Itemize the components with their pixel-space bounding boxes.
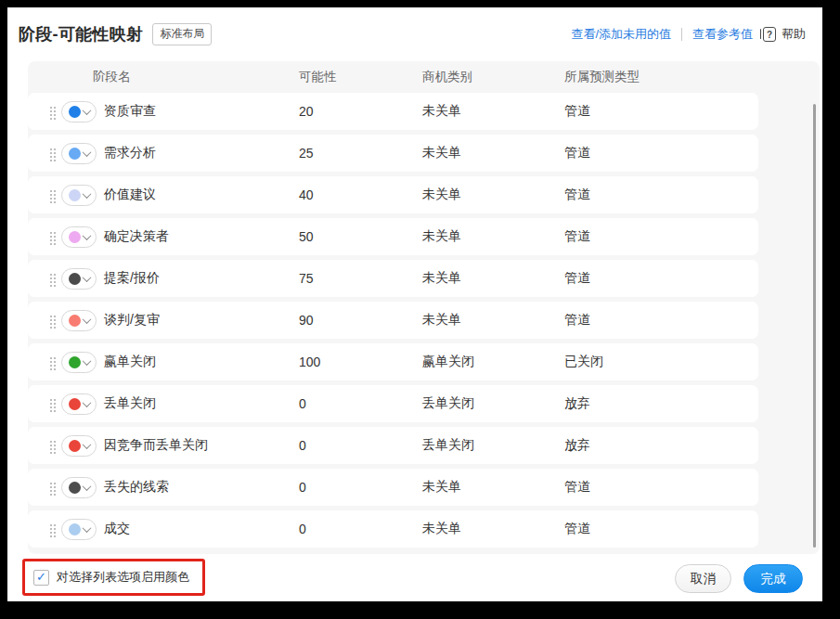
- drag-dots-icon: [50, 528, 52, 530]
- view-reference-values-link[interactable]: 查看参考值: [692, 26, 753, 43]
- category-value: 赢单关闭: [422, 354, 564, 370]
- checkmark-icon: ✓: [36, 571, 46, 583]
- stage-name: 资质审查: [104, 103, 299, 120]
- table-header-row: 阶段名 可能性 商机类别 所属预测类型: [28, 61, 820, 93]
- drag-handle[interactable]: [28, 272, 61, 285]
- stage-color-dropdown[interactable]: [61, 352, 97, 373]
- probability-value: 20: [299, 104, 422, 119]
- chevron-down-icon: [82, 523, 91, 533]
- table-row: 资质审查 20 未关单 管道: [28, 93, 758, 130]
- category-value: 未关单: [422, 103, 564, 120]
- drag-dots-icon: [50, 319, 52, 321]
- table-row: 成交 0 未关单 管道: [28, 510, 758, 548]
- column-header-probability: 可能性: [299, 69, 422, 85]
- probability-value: 90: [299, 313, 422, 328]
- stage-color-dropdown[interactable]: [61, 143, 97, 164]
- chevron-down-icon: [82, 398, 91, 407]
- stage-name: 提案/报价: [104, 270, 299, 287]
- enable-color-checkbox[interactable]: ✓: [33, 570, 49, 586]
- drag-dots-icon: [50, 110, 52, 112]
- stage-name: 确定决策者: [104, 228, 299, 245]
- stage-color-dot: [69, 398, 81, 410]
- stage-color-dropdown[interactable]: [61, 519, 97, 540]
- drag-dots-icon: [50, 486, 52, 488]
- probability-value: 75: [299, 271, 422, 286]
- drag-dots-icon: [50, 361, 52, 363]
- stage-mapping-table: 阶段名 可能性 商机类别 所属预测类型 资质审查 20 未关单 管道 需求分析 …: [28, 61, 820, 554]
- table-body: 资质审查 20 未关单 管道 需求分析 25 未关单 管道 价值建议 40 未关…: [28, 93, 758, 552]
- drag-handle[interactable]: [28, 397, 61, 410]
- category-value: 未关单: [422, 270, 564, 287]
- category-value: 丢单关闭: [422, 395, 564, 412]
- stage-color-dropdown[interactable]: [61, 393, 97, 415]
- stage-color-dropdown[interactable]: [61, 185, 97, 206]
- forecast-type-value: 管道: [564, 103, 758, 120]
- drag-handle[interactable]: [28, 522, 61, 535]
- chevron-down-icon: [82, 482, 91, 491]
- drag-handle[interactable]: [28, 314, 61, 327]
- forecast-type-value: 管道: [564, 521, 758, 537]
- stage-color-dropdown[interactable]: [61, 477, 97, 498]
- stage-color-dot: [69, 440, 81, 452]
- forecast-type-value: 放弃: [564, 395, 758, 412]
- forecast-type-value: 管道: [564, 187, 758, 203]
- drag-handle[interactable]: [28, 355, 61, 368]
- category-value: 未关单: [422, 145, 564, 161]
- table-row: 价值建议 40 未关单 管道: [28, 176, 758, 213]
- stage-color-dot: [69, 315, 81, 327]
- stage-color-dot: [69, 189, 81, 201]
- chevron-down-icon: [82, 106, 91, 115]
- forecast-type-value: 管道: [564, 145, 758, 161]
- stage-color-dropdown[interactable]: [61, 268, 97, 290]
- drag-handle[interactable]: [28, 230, 61, 243]
- stage-color-dot: [69, 523, 81, 535]
- drag-dots-icon: [50, 277, 52, 279]
- table-row: 确定决策者 50 未关单 管道: [28, 218, 758, 255]
- drag-dots-icon: [50, 403, 52, 405]
- stage-name: 赢单关闭: [104, 354, 299, 370]
- table-row: 提案/报价 75 未关单 管道: [28, 260, 758, 297]
- drag-handle[interactable]: [28, 188, 61, 201]
- drag-handle[interactable]: [28, 481, 61, 494]
- category-value: 未关单: [422, 521, 564, 537]
- stage-name: 丢单关闭: [104, 395, 299, 412]
- help-link[interactable]: ? 帮助: [763, 26, 806, 43]
- forecast-type-value: 管道: [564, 228, 758, 245]
- stage-name: 成交: [104, 521, 299, 537]
- vertical-scrollbar[interactable]: [813, 104, 816, 548]
- chevron-down-icon: [82, 440, 91, 449]
- probability-value: 40: [299, 187, 422, 202]
- help-label: 帮助: [782, 26, 806, 43]
- stage-color-dropdown[interactable]: [61, 310, 97, 331]
- chevron-down-icon: [82, 231, 91, 240]
- drag-handle[interactable]: [28, 147, 61, 160]
- layout-badge: 标准布局: [152, 23, 212, 45]
- stage-name: 需求分析: [104, 145, 299, 161]
- forecast-type-value: 放弃: [564, 437, 758, 454]
- forecast-type-value: 管道: [564, 312, 758, 329]
- probability-value: 0: [299, 480, 422, 495]
- view-add-unused-values-link[interactable]: 查看/添加未用的值: [571, 26, 671, 43]
- cancel-button[interactable]: 取消: [675, 564, 731, 593]
- drag-handle[interactable]: [28, 439, 61, 452]
- table-row: 丢单关闭 0 丢单关闭 放弃: [28, 385, 758, 422]
- table-row: 需求分析 25 未关单 管道: [28, 135, 758, 172]
- stage-name: 价值建议: [104, 187, 299, 203]
- probability-value: 0: [299, 522, 422, 536]
- page-title: 阶段-可能性映射: [19, 23, 143, 45]
- annotation-highlight-box: ✓ 对选择列表选项启用颜色: [22, 559, 205, 596]
- done-button[interactable]: 完成: [743, 564, 803, 593]
- drag-dots-icon: [50, 152, 52, 154]
- header-links: 查看/添加未用的值 查看参考值 ? 帮助: [571, 26, 806, 43]
- stage-probability-mapping-dialog: 阶段-可能性映射 标准布局 查看/添加未用的值 查看参考值 ? 帮助 阶段名 可…: [7, 7, 822, 601]
- stage-color-dot: [69, 106, 81, 118]
- stage-name: 因竞争而丢单关闭: [104, 437, 299, 454]
- probability-value: 0: [299, 438, 422, 453]
- drag-handle[interactable]: [28, 105, 61, 118]
- stage-color-dropdown[interactable]: [61, 435, 97, 457]
- stage-name: 丢失的线索: [104, 479, 299, 496]
- probability-value: 25: [299, 146, 422, 161]
- stage-color-dropdown[interactable]: [61, 101, 97, 123]
- column-header-category: 商机类别: [422, 69, 564, 85]
- stage-color-dropdown[interactable]: [61, 226, 97, 248]
